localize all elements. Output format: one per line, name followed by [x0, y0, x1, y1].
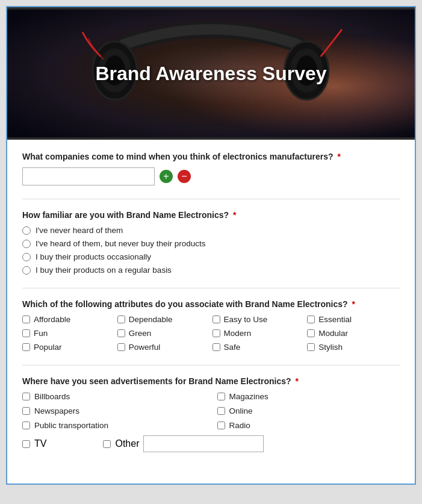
radio-option-0: I've never heard of them — [22, 226, 400, 235]
question-4-label: Where have you seen advertisements for B… — [22, 376, 400, 386]
attr-option-0: Affordable — [22, 315, 115, 324]
attr-option-10: Safe — [213, 343, 305, 352]
radio-option-3: I buy their products on a regular basis — [22, 266, 400, 275]
tv-other-row: TV Other — [22, 435, 400, 452]
ad-label-2: Newspapers — [34, 406, 79, 415]
ad-option-0: Billboards — [22, 392, 205, 401]
attr-option-7: Modular — [307, 329, 400, 338]
attr-option-3: Essential — [307, 315, 400, 324]
checkbox-public-transportation[interactable] — [22, 422, 30, 429]
checkbox-powerful[interactable] — [117, 343, 125, 351]
attr-label-5: Green — [129, 329, 152, 338]
advertisements-grid: Billboards Magazines Newspapers Online P… — [22, 392, 400, 430]
attr-option-11: Stylish — [307, 343, 400, 352]
question-3-text: Which of the following attributes do you… — [22, 299, 348, 309]
attr-label-7: Modular — [318, 329, 348, 338]
attr-label-8: Popular — [34, 343, 62, 352]
attr-label-10: Safe — [224, 343, 241, 352]
checkbox-newspapers[interactable] — [22, 407, 30, 415]
question-4-required: * — [293, 376, 299, 386]
radio-heard-never-buy[interactable] — [22, 240, 31, 248]
attr-option-2: Easy to Use — [213, 315, 305, 324]
question-2-block: How familiar are you with Brand Name Ele… — [22, 210, 400, 275]
remove-company-button[interactable]: − — [178, 170, 191, 183]
checkbox-green[interactable] — [117, 329, 125, 337]
radio-buy-occasionally[interactable] — [22, 253, 31, 261]
checkbox-magazines[interactable] — [217, 393, 225, 400]
checkbox-fun[interactable] — [22, 329, 30, 337]
survey-header: Brand Awareness Survey — [7, 7, 415, 140]
ad-option-1: Magazines — [217, 392, 400, 401]
attr-option-6: Modern — [213, 329, 305, 338]
radio-buy-occasionally-label: I buy their products occasionally — [36, 252, 151, 261]
attr-option-9: Powerful — [117, 343, 210, 352]
ad-label-5: Radio — [229, 421, 250, 430]
checkbox-modern[interactable] — [213, 329, 220, 337]
ad-option-5: Radio — [217, 421, 400, 430]
checkbox-dependable[interactable] — [117, 316, 125, 323]
ad-label-3: Online — [229, 406, 253, 415]
divider-3 — [22, 365, 400, 366]
question-1-input-row: + − — [22, 167, 400, 185]
question-1-label: What companies come to mind when you thi… — [22, 152, 400, 161]
ad-label-0: Billboards — [34, 392, 70, 401]
attr-label-11: Stylish — [318, 343, 343, 352]
companies-input[interactable] — [22, 167, 155, 185]
radio-heard-never-buy-label: I've heard of them, but never buy their … — [36, 239, 206, 248]
divider-1 — [22, 199, 400, 199]
ad-option-4: Public transportation — [22, 421, 205, 430]
question-2-text: How familiar are you with Brand Name Ele… — [22, 210, 229, 220]
attr-label-1: Dependable — [129, 315, 173, 324]
checkbox-popular[interactable] — [22, 343, 30, 351]
attr-label-0: Affordable — [34, 315, 70, 324]
attr-label-2: Easy to Use — [224, 315, 268, 324]
question-2-required: * — [231, 210, 236, 220]
question-3-required: * — [350, 299, 355, 309]
checkbox-stylish[interactable] — [307, 343, 315, 351]
other-label: Other — [115, 438, 139, 449]
add-company-button[interactable]: + — [160, 170, 173, 183]
attr-option-5: Green — [117, 329, 210, 338]
checkbox-essential[interactable] — [307, 316, 315, 323]
question-3-label: Which of the following attributes do you… — [22, 299, 400, 309]
tv-label: TV — [34, 438, 46, 449]
attr-label-4: Fun — [34, 329, 48, 338]
checkbox-affordable[interactable] — [22, 316, 30, 323]
other-input[interactable] — [143, 435, 264, 452]
survey-title: Brand Awareness Survey — [95, 63, 326, 85]
question-4-text: Where have you seen advertisements for B… — [22, 376, 291, 386]
ad-label-1: Magazines — [229, 392, 268, 401]
question-2-label: How familiar are you with Brand Name Ele… — [22, 210, 400, 220]
ad-option-2: Newspapers — [22, 406, 205, 415]
checkbox-online[interactable] — [217, 407, 225, 415]
divider-2 — [22, 288, 400, 288]
radio-never-heard-label: I've never heard of them — [36, 226, 123, 235]
attr-option-8: Popular — [22, 343, 115, 352]
checkbox-billboards[interactable] — [22, 393, 30, 400]
checkbox-safe[interactable] — [213, 343, 220, 351]
survey-body: What companies come to mind when you thi… — [7, 140, 415, 484]
attr-option-4: Fun — [22, 329, 115, 338]
ad-label-4: Public transportation — [34, 421, 108, 430]
question-4-block: Where have you seen advertisements for B… — [22, 376, 400, 452]
radio-never-heard[interactable] — [22, 226, 31, 235]
attributes-grid: Affordable Dependable Easy to Use Essent… — [22, 315, 400, 352]
attr-label-3: Essential — [318, 315, 352, 324]
attr-label-6: Modern — [224, 329, 252, 338]
question-1-block: What companies come to mind when you thi… — [22, 152, 400, 185]
checkbox-modular[interactable] — [307, 329, 315, 337]
checkbox-other[interactable] — [103, 440, 111, 448]
radio-option-2: I buy their products occasionally — [22, 252, 400, 261]
checkbox-radio[interactable] — [217, 422, 225, 429]
checkbox-easy-to-use[interactable] — [213, 316, 220, 323]
radio-buy-regularly[interactable] — [22, 266, 31, 275]
question-3-block: Which of the following attributes do you… — [22, 299, 400, 352]
question-1-required: * — [335, 152, 341, 161]
radio-option-1: I've heard of them, but never buy their … — [22, 239, 400, 248]
radio-buy-regularly-label: I buy their products on a regular basis — [36, 266, 172, 275]
survey-container: Brand Awareness Survey What companies co… — [6, 6, 416, 485]
ad-option-3: Online — [217, 406, 400, 415]
attr-label-9: Powerful — [129, 343, 161, 352]
checkbox-tv[interactable] — [22, 440, 30, 448]
question-1-text: What companies come to mind when you thi… — [22, 152, 334, 161]
